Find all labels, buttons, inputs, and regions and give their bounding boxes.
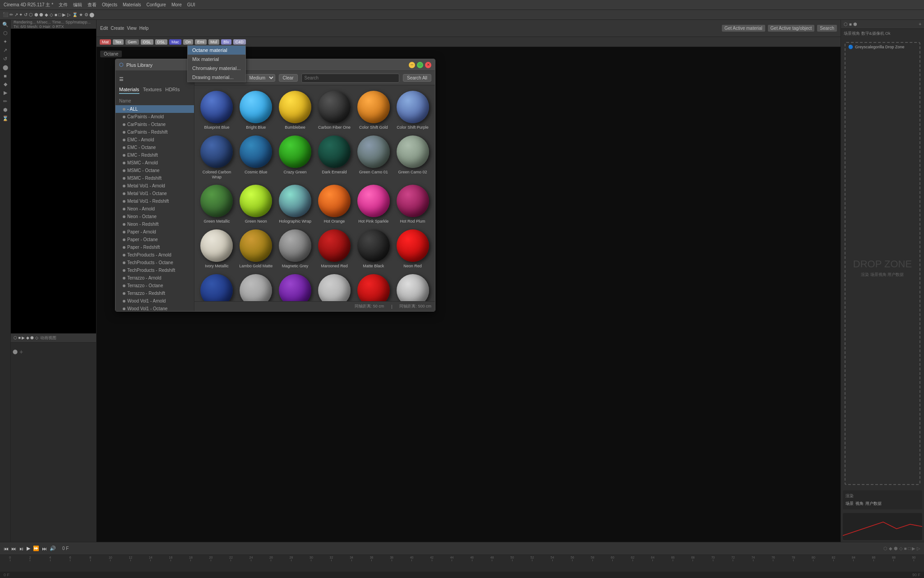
sidebar-item-16[interactable]: Paper - Octane bbox=[116, 236, 194, 243]
menu-objects[interactable]: Objects bbox=[102, 2, 117, 7]
search-all-button[interactable]: Search All bbox=[403, 74, 431, 82]
material-item-0-2[interactable]: Bumblebee bbox=[277, 89, 314, 132]
material-item-1-0[interactable]: Colored Carbon Wrap bbox=[198, 134, 236, 182]
tag-blv[interactable]: Blv bbox=[221, 39, 231, 45]
get-active-material-btn[interactable]: Get Active material bbox=[722, 25, 765, 32]
tag-mac[interactable]: Mac bbox=[169, 39, 181, 45]
minimize-button[interactable]: ─ bbox=[409, 62, 415, 68]
octane-menu-view[interactable]: View bbox=[127, 26, 137, 31]
dropdown-item-3[interactable]: Drawing material... bbox=[188, 73, 245, 82]
search-btn[interactable]: Search bbox=[817, 25, 837, 32]
close-button[interactable]: ✕ bbox=[425, 62, 431, 68]
tool-8[interactable]: ◆ bbox=[4, 81, 7, 87]
material-item-4-0[interactable] bbox=[198, 272, 236, 301]
material-item-3-0[interactable]: Ivory Metallic bbox=[198, 228, 236, 270]
octane-tab-label[interactable]: Octane bbox=[100, 51, 122, 57]
sidebar-item-1[interactable]: CarPaints - Octane bbox=[116, 121, 194, 128]
sidebar-item-2[interactable]: CarPaints - Redshift bbox=[116, 128, 194, 136]
tool-10[interactable]: ✏ bbox=[3, 98, 7, 104]
sidebar-item-14[interactable]: Neon - Redshift bbox=[116, 220, 194, 228]
material-item-1-3[interactable]: Dark Emerald bbox=[316, 134, 353, 182]
tool-11[interactable]: ⬢ bbox=[3, 107, 8, 113]
tag-mat[interactable]: Mat bbox=[100, 39, 111, 45]
sidebar-item-21[interactable]: Terrazzo - Arnold bbox=[116, 274, 194, 282]
material-item-0-3[interactable]: Carbon Fiber One bbox=[316, 89, 353, 132]
tag-emi[interactable]: Emi bbox=[195, 39, 207, 45]
menu-edit[interactable]: 编辑 bbox=[73, 2, 82, 8]
material-item-1-2[interactable]: Crazy Green bbox=[277, 134, 314, 182]
sidebar-item-23[interactable]: Terrazzo - Redshift bbox=[116, 289, 194, 297]
dropdown-item-0[interactable]: Octane material bbox=[188, 46, 245, 55]
tag-c4d[interactable]: C4D bbox=[233, 39, 246, 45]
tl-icon-7[interactable]: 🔊 bbox=[50, 545, 56, 551]
menu-materials[interactable]: Materials bbox=[123, 2, 141, 7]
menu-view[interactable]: 查看 bbox=[88, 2, 97, 8]
material-item-0-1[interactable]: Bright Blue bbox=[237, 89, 275, 132]
sidebar-item-13[interactable]: Neon - Octane bbox=[116, 213, 194, 220]
material-item-3-1[interactable]: Lambo Gold Matte bbox=[237, 228, 275, 270]
sidebar-item-6[interactable]: MSMC - Arnold bbox=[116, 159, 194, 167]
material-item-1-1[interactable]: Cosmic Blue bbox=[237, 134, 275, 182]
tool-6[interactable]: ⬤ bbox=[3, 65, 8, 70]
menu-file[interactable]: 文件 bbox=[59, 2, 68, 8]
tl-icon-1[interactable]: ⏮ bbox=[4, 546, 9, 551]
tag-gem[interactable]: Gem bbox=[125, 39, 139, 45]
dropdown-item-2[interactable]: Chromakey material... bbox=[188, 64, 245, 73]
drop-zone[interactable]: 🔵 Greyscalegorilla Drop Zone DROP ZONE 渲… bbox=[845, 42, 920, 485]
material-item-2-3[interactable]: Hot Orange bbox=[316, 183, 353, 226]
sidebar-item-7[interactable]: MSMC - Octane bbox=[116, 167, 194, 174]
octane-menu-edit[interactable]: Edit bbox=[100, 26, 108, 31]
menu-gui[interactable]: GUI bbox=[187, 2, 195, 7]
tag-on[interactable]: On bbox=[183, 39, 193, 45]
sidebar-item-all[interactable]: - ALL bbox=[116, 105, 194, 113]
tl-play[interactable]: ▶ bbox=[27, 545, 30, 551]
tl-icon-2[interactable]: ⏭ bbox=[11, 546, 16, 551]
tool-3[interactable]: ✦ bbox=[3, 39, 7, 45]
material-item-0-5[interactable]: Color Shift Purple bbox=[394, 89, 431, 132]
material-item-3-3[interactable]: Marooned Red bbox=[316, 228, 353, 270]
sidebar-item-9[interactable]: Metal Vol1 - Arnold bbox=[116, 182, 194, 190]
tag-osl[interactable]: OSL bbox=[141, 39, 153, 45]
sidebar-item-3[interactable]: EMC - Arnold bbox=[116, 136, 194, 144]
tl-icon-6[interactable]: ⏭ bbox=[42, 546, 47, 551]
tl-icon-3[interactable]: ⏯ bbox=[19, 546, 24, 551]
tl-icon-5[interactable]: ⏩ bbox=[33, 545, 39, 551]
sidebar-item-20[interactable]: TechProducts - Redshift bbox=[116, 266, 194, 274]
tab-textures[interactable]: Textures bbox=[143, 86, 162, 94]
sidebar-item-11[interactable]: Metal Vol1 - Redshift bbox=[116, 197, 194, 205]
material-item-0-4[interactable]: Color Shift Gold bbox=[355, 89, 392, 132]
sidebar-item-12[interactable]: Neon - Arnold bbox=[116, 205, 194, 213]
tool-5[interactable]: ↺ bbox=[3, 56, 7, 62]
material-item-2-5[interactable]: Hot Rod Plum bbox=[394, 183, 431, 226]
sidebar-item-25[interactable]: Wood Vol1 - Octane bbox=[116, 305, 194, 311]
tag-dsl[interactable]: DSL bbox=[155, 39, 168, 45]
sidebar-item-5[interactable]: EMC - Redshift bbox=[116, 151, 194, 159]
octane-menu-help[interactable]: Help bbox=[139, 26, 149, 31]
material-item-0-0[interactable]: Blueprint Blue bbox=[198, 89, 236, 132]
tool-select[interactable]: 🔍 bbox=[2, 22, 9, 28]
tool-4[interactable]: ↗ bbox=[3, 47, 7, 53]
plus-icon[interactable]: + bbox=[19, 348, 23, 355]
material-item-4-3[interactable] bbox=[316, 272, 353, 301]
tool-2[interactable]: ⬡ bbox=[3, 30, 8, 36]
sidebar-item-0[interactable]: CarPaints - Arnold bbox=[116, 113, 194, 121]
octane-menu-create[interactable]: Create bbox=[111, 26, 124, 31]
material-item-4-2[interactable] bbox=[277, 272, 314, 301]
sidebar-item-8[interactable]: MSMC - Redshift bbox=[116, 174, 194, 182]
sidebar-item-22[interactable]: Terrazzo - Octane bbox=[116, 282, 194, 289]
sidebar-item-17[interactable]: Paper - Redshift bbox=[116, 243, 194, 251]
sidebar-item-24[interactable]: Wood Vol1 - Arnold bbox=[116, 297, 194, 305]
size-select[interactable]: Medium Small Large bbox=[245, 74, 275, 82]
material-item-3-2[interactable]: Magnetic Grey bbox=[277, 228, 314, 270]
material-item-1-5[interactable]: Green Camo 02 bbox=[394, 134, 431, 182]
menu-more[interactable]: More bbox=[171, 2, 182, 7]
get-active-tagobj-btn[interactable]: Get Active tag/object bbox=[768, 25, 815, 32]
maximize-button[interactable]: □ bbox=[417, 62, 423, 68]
material-item-3-4[interactable]: Matte Black bbox=[355, 228, 392, 270]
search-input[interactable] bbox=[301, 74, 399, 83]
sidebar-item-18[interactable]: TechProducts - Arnold bbox=[116, 251, 194, 259]
tab-hdris[interactable]: HDRIs bbox=[165, 86, 180, 94]
sidebar-item-4[interactable]: EMC - Octane bbox=[116, 144, 194, 151]
sidebar-item-10[interactable]: Metal Vol1 - Octane bbox=[116, 190, 194, 197]
material-item-1-4[interactable]: Green Camo 01 bbox=[355, 134, 392, 182]
